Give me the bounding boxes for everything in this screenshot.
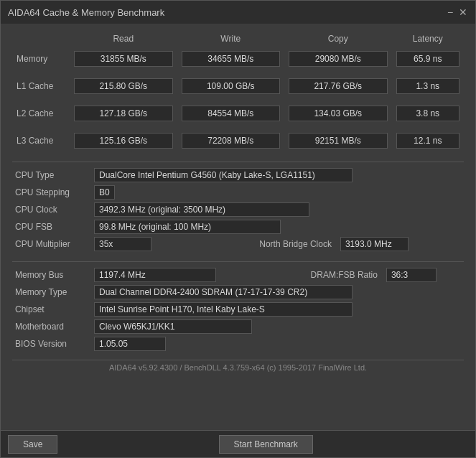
table-row: CPU Type DualCore Intel Pentium G4560 (K…: [12, 167, 464, 184]
table-row: CPU Clock 3492.3 MHz (original: 3500 MHz…: [12, 201, 464, 218]
write-value: 72208 MB/s: [177, 130, 285, 151]
table-row: CPU Multiplier 35x North Bridge Clock 31…: [12, 235, 464, 253]
read-value: 125.16 GB/s: [70, 130, 177, 151]
read-value: 127.18 GB/s: [70, 103, 177, 124]
section-divider-1: [12, 162, 464, 162]
cpu-clock-value: 3492.3 MHz (original: 3500 MHz): [94, 202, 309, 217]
cpu-type-value: DualCore Intel Pentium G4560 (Kaby Lake-…: [94, 168, 353, 182]
cpu-multiplier-label: CPU Multiplier: [12, 235, 91, 253]
memory-bus-label: Memory Bus: [12, 266, 91, 284]
motherboard-value: Clevo W65KJ1/KK1: [94, 319, 252, 334]
chipset-label: Chipset: [12, 301, 91, 318]
footer-text: AIDA64 v5.92.4300 / BenchDLL 4.3.759-x64…: [12, 360, 464, 376]
cpu-type-label: CPU Type: [12, 167, 91, 184]
table-row: CPU Stepping B0: [12, 184, 464, 201]
col-header-read: Read: [70, 31, 177, 48]
read-value: 31855 MB/s: [70, 48, 177, 70]
read-value: 215.80 GB/s: [70, 75, 177, 97]
col-header-latency: Latency: [392, 31, 465, 48]
minimize-button[interactable]: −: [445, 7, 455, 17]
window-title: AIDA64 Cache & Memory Benchmark: [8, 7, 445, 18]
north-bridge-value: 3193.0 MHz: [340, 237, 409, 251]
info-table: CPU Type DualCore Intel Pentium G4560 (K…: [12, 167, 464, 253]
latency-value: 65.9 ns: [392, 48, 465, 70]
bios-label: BIOS Version: [12, 335, 91, 352]
copy-value: 134.03 GB/s: [284, 103, 392, 124]
col-header-label: [12, 31, 70, 48]
write-value: 34655 MB/s: [177, 48, 285, 70]
dram-fsb-label: DRAM:FSB Ratio: [275, 266, 383, 284]
cpu-stepping-label: CPU Stepping: [12, 184, 91, 201]
cpu-fsb-label: CPU FSB: [12, 218, 91, 235]
row-label: L1 Cache: [12, 75, 70, 97]
table-row: L2 Cache 127.18 GB/s 84554 MB/s 134.03 G…: [12, 103, 464, 124]
write-value: 84554 MB/s: [177, 103, 285, 124]
bios-value: 1.05.05: [94, 337, 166, 351]
row-label: L2 Cache: [12, 103, 70, 124]
cpu-fsb-value: 99.8 MHz (original: 100 MHz): [94, 220, 281, 234]
table-row: BIOS Version 1.05.05: [12, 335, 464, 352]
table-row: Motherboard Clevo W65KJ1/KK1: [12, 318, 464, 335]
motherboard-label: Motherboard: [12, 318, 91, 335]
table-row: CPU FSB 99.8 MHz (original: 100 MHz): [12, 218, 464, 235]
write-value: 109.00 GB/s: [177, 75, 285, 97]
table-row: Memory Bus 1197.4 MHz DRAM:FSB Ratio 36:…: [12, 266, 464, 284]
chipset-value: Intel Sunrise Point H170, Intel Kaby Lak…: [94, 302, 353, 317]
save-button[interactable]: Save: [8, 435, 57, 454]
latency-value: 12.1 ns: [392, 130, 465, 151]
row-label: L3 Cache: [12, 130, 70, 151]
start-benchmark-button[interactable]: Start Benchmark: [219, 435, 313, 454]
latency-value: 3.8 ns: [392, 103, 465, 124]
cpu-clock-label: CPU Clock: [12, 201, 91, 218]
info-table-2: Memory Bus 1197.4 MHz DRAM:FSB Ratio 36:…: [12, 266, 464, 352]
col-header-copy: Copy: [284, 31, 392, 48]
north-bridge-label: North Bridge Clock: [199, 235, 337, 253]
cpu-multiplier-value: 35x: [94, 237, 151, 251]
memory-type-value: Dual Channel DDR4-2400 SDRAM (17-17-17-3…: [94, 285, 353, 299]
bottom-bar: Save Start Benchmark: [1, 430, 475, 457]
table-row: L3 Cache 125.16 GB/s 72208 MB/s 92151 MB…: [12, 130, 464, 151]
table-row: Memory Type Dual Channel DDR4-2400 SDRAM…: [12, 284, 464, 301]
table-row: L1 Cache 215.80 GB/s 109.00 GB/s 217.76 …: [12, 75, 464, 97]
row-label: Memory: [12, 48, 70, 70]
table-row: Chipset Intel Sunrise Point H170, Intel …: [12, 301, 464, 318]
close-button[interactable]: ✕: [458, 7, 468, 17]
benchmark-table: Read Write Copy Latency Memory 31855 MB/…: [12, 31, 464, 151]
title-bar: AIDA64 Cache & Memory Benchmark − ✕: [1, 1, 475, 24]
copy-value: 92151 MB/s: [284, 130, 392, 151]
copy-value: 217.76 GB/s: [284, 75, 392, 97]
dram-fsb-value: 36:3: [386, 268, 437, 282]
table-row: Memory 31855 MB/s 34655 MB/s 29080 MB/s …: [12, 48, 464, 70]
latency-value: 1.3 ns: [392, 75, 465, 97]
copy-value: 29080 MB/s: [284, 48, 392, 70]
col-header-write: Write: [177, 31, 285, 48]
memory-type-label: Memory Type: [12, 284, 91, 301]
window-controls: − ✕: [445, 7, 468, 17]
main-window: AIDA64 Cache & Memory Benchmark − ✕ Read…: [0, 0, 476, 458]
cpu-stepping-value: B0: [94, 185, 115, 200]
main-content: Read Write Copy Latency Memory 31855 MB/…: [1, 24, 475, 430]
section-divider-2: [12, 261, 464, 262]
memory-bus-value: 1197.4 MHz: [94, 268, 216, 282]
